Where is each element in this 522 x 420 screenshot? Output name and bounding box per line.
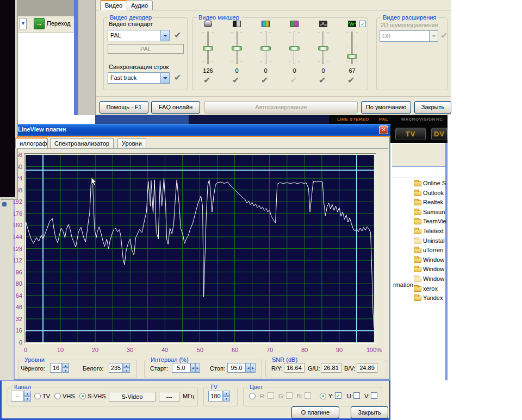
- v-checkbox[interactable]: [371, 392, 377, 399]
- tab-oscillograph[interactable]: иллограф: [15, 137, 48, 148]
- start-stepper[interactable]: ◀▶: [190, 363, 200, 373]
- folder-item[interactable]: Yandex: [412, 294, 446, 304]
- folder-item[interactable]: Window: [412, 275, 446, 285]
- tv-line-stepper[interactable]: ▲▼: [223, 391, 230, 402]
- close-settings-button[interactable]: Закрыть: [414, 101, 451, 114]
- mixer-slider[interactable]: 0 ✔: [222, 21, 251, 88]
- folder-item[interactable]: Outlook: [412, 189, 446, 199]
- apply-check-icon[interactable]: ✔: [319, 75, 326, 85]
- go-button-label[interactable]: Переход: [47, 20, 75, 27]
- background-window-strip: [15, 0, 74, 16]
- divider: [392, 166, 447, 167]
- stop-input[interactable]: 95.0: [227, 363, 246, 373]
- dropdown-arrow-icon[interactable]: [160, 30, 169, 41]
- close-icon[interactable]: ✕: [379, 126, 388, 134]
- radio-rgb[interactable]: [249, 393, 256, 399]
- slider-thumb[interactable]: [347, 54, 357, 59]
- help-button[interactable]: Помощь - F1: [100, 101, 148, 114]
- background-panel: [15, 33, 74, 115]
- slider-track[interactable]: [351, 32, 353, 64]
- slider-thumb[interactable]: [318, 46, 328, 51]
- video-extensions-title: Видео расширения: [381, 14, 438, 21]
- oscilloscope-plot[interactable]: [26, 155, 374, 342]
- faq-button[interactable]: FAQ онлайн: [151, 101, 200, 114]
- sync-select[interactable]: Fast track: [108, 72, 170, 84]
- apply-check-icon[interactable]: ✔: [290, 75, 297, 85]
- folder-item[interactable]: Teletext: [412, 227, 446, 237]
- folder-item[interactable]: Window: [412, 265, 446, 275]
- u-checkbox[interactable]: [353, 392, 360, 399]
- y-checkbox[interactable]: ✓: [335, 392, 341, 399]
- folder-icon: [414, 191, 421, 196]
- mixer-slider[interactable]: 0 ✔: [309, 21, 338, 88]
- mixer-slider[interactable]: 0 ✔: [280, 21, 309, 88]
- folder-icon: [414, 277, 421, 282]
- folder-item[interactable]: uTorren: [412, 246, 446, 256]
- radio-vhs[interactable]: [54, 393, 61, 399]
- video-decoder-title: Видео декодер: [108, 14, 153, 21]
- video-standard-select[interactable]: PAL: [108, 30, 170, 41]
- folder-item[interactable]: Online S: [412, 179, 446, 189]
- radio-tv[interactable]: [34, 393, 41, 399]
- radio-vhs-label[interactable]: VHS: [63, 393, 75, 399]
- folder-item[interactable]: Window: [412, 256, 446, 266]
- start-input[interactable]: 5.0: [172, 363, 190, 373]
- enable-checkbox[interactable]: ✓: [359, 21, 366, 27]
- folder-item[interactable]: Uninstal: [412, 237, 446, 247]
- tick: [356, 33, 358, 33]
- channel-stepper[interactable]: ▲▼: [24, 391, 31, 402]
- r-checkbox: [268, 392, 274, 399]
- dropdown-arrow-icon[interactable]: [160, 73, 169, 83]
- apply-check-icon[interactable]: ✔: [203, 75, 210, 85]
- slider-thumb[interactable]: [260, 46, 271, 51]
- apply-check-icon[interactable]: ✔: [261, 75, 268, 85]
- apply-check-icon[interactable]: ✔: [232, 75, 239, 85]
- black-level-stepper[interactable]: ▲▼: [62, 363, 69, 373]
- folder-item[interactable]: xerox: [412, 285, 446, 294]
- tab-spectrum-analyzer[interactable]: Спектроанализатор: [50, 138, 114, 149]
- folder-item[interactable]: Samsun: [412, 208, 446, 218]
- apply-check-icon[interactable]: ✔: [174, 30, 181, 40]
- defaults-button[interactable]: По умолчанию: [361, 101, 411, 114]
- tv-line-input[interactable]: 180: [208, 391, 223, 402]
- tab-audio[interactable]: Аудио: [126, 1, 153, 10]
- channel-number-input[interactable]: --: [11, 391, 24, 402]
- x-tick-label: 0: [16, 347, 35, 353]
- mixer-slider[interactable]: 126 ✔: [194, 21, 222, 88]
- apply-check-icon[interactable]: ✔: [347, 75, 355, 85]
- snr-gu-label: G/U:: [308, 365, 320, 372]
- apply-check-icon[interactable]: ✔: [174, 72, 181, 83]
- radio-svhs[interactable]: [79, 393, 86, 399]
- mixer-slider[interactable]: 0 ✔: [251, 21, 280, 88]
- about-plugin-button[interactable]: О плагине: [291, 406, 339, 418]
- tab-levels[interactable]: Уровни: [117, 138, 146, 149]
- mixer-slider[interactable]: ✓ 67 ✔: [338, 21, 366, 88]
- folder-name: Outlook: [423, 190, 444, 196]
- tv-mode-button[interactable]: TV: [395, 128, 426, 140]
- white-level-stepper[interactable]: ▲▼: [123, 363, 130, 373]
- radio-yuv[interactable]: [320, 393, 326, 399]
- dv-mode-button[interactable]: DV: [431, 128, 448, 140]
- radio-svhs-label[interactable]: S-VHS: [88, 393, 106, 399]
- b-checkbox: [304, 392, 311, 399]
- lineview-title: LineView плагин: [18, 126, 66, 133]
- tab-video[interactable]: Видео: [100, 0, 127, 10]
- folder-item[interactable]: TeamVie: [412, 217, 446, 227]
- x-tick-label: 60: [226, 347, 244, 353]
- tick: [202, 33, 204, 33]
- folder-item[interactable]: Realtek: [412, 198, 446, 208]
- lineview-titlebar[interactable]: LineView плагин ✕: [14, 124, 390, 136]
- white-level-input[interactable]: 235: [109, 363, 123, 373]
- close-plugin-button[interactable]: Закрыть: [351, 406, 388, 418]
- slider-thumb[interactable]: [203, 46, 213, 51]
- tick: [260, 61, 262, 61]
- folder-icon: [414, 258, 421, 263]
- slider-thumb[interactable]: [289, 46, 300, 51]
- go-arrow-button[interactable]: →: [34, 18, 45, 29]
- black-level-input[interactable]: 16: [50, 363, 62, 373]
- slider-thumb[interactable]: [232, 46, 242, 51]
- radio-tv-label[interactable]: TV: [42, 393, 50, 399]
- u-label: U:: [347, 393, 353, 399]
- chevron-down-icon[interactable]: ▼: [20, 18, 27, 29]
- stop-stepper[interactable]: ◀▶: [246, 363, 256, 373]
